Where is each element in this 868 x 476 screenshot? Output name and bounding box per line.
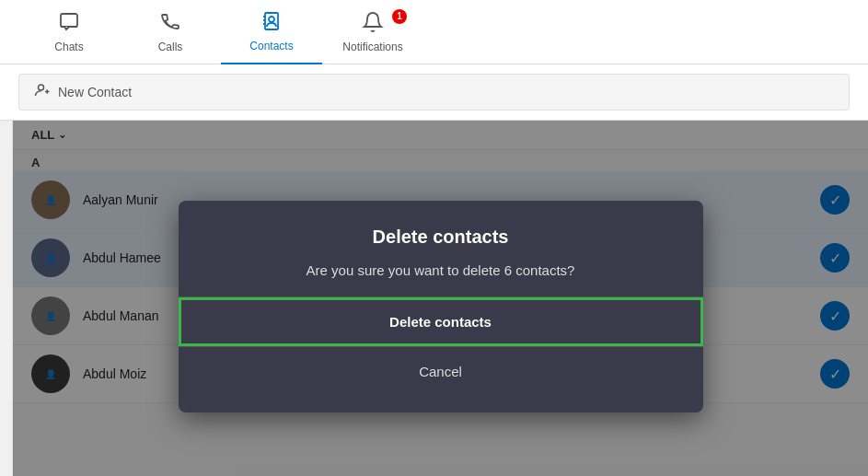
svg-rect-0: [61, 14, 77, 27]
delete-contacts-modal: Delete contacts Are you sure you want to…: [179, 201, 703, 412]
contacts-icon: [260, 10, 283, 36]
chats-icon: [58, 11, 80, 37]
modal-body: Are you sure you want to delete 6 contac…: [179, 262, 703, 412]
nav-item-calls[interactable]: Calls: [120, 0, 221, 64]
new-contact-bar[interactable]: New Contact: [0, 64, 868, 121]
new-contact-label: New Contact: [58, 85, 132, 99]
svg-point-5: [269, 17, 274, 22]
modal-question: Are you sure you want to delete 6 contac…: [206, 262, 676, 278]
contacts-label: Contacts: [249, 40, 293, 52]
calls-label: Calls: [158, 41, 183, 53]
left-sidebar: [0, 121, 13, 476]
nav-item-notifications[interactable]: 1 Notifications: [322, 0, 423, 64]
notifications-icon: [362, 11, 384, 37]
add-contact-icon: [34, 82, 51, 102]
cancel-button[interactable]: Cancel: [179, 347, 703, 396]
nav-item-chats[interactable]: Chats: [18, 0, 120, 64]
svg-point-6: [39, 85, 44, 90]
svg-rect-1: [265, 13, 278, 29]
contacts-area: ALL ⌄ A 👤 Aalyan Munir ✓ 👤 Abdul Hamee ✓…: [0, 121, 868, 476]
notification-badge: 1: [392, 9, 407, 24]
delete-contacts-button[interactable]: Delete contacts: [179, 297, 703, 346]
calls-icon: [159, 11, 181, 37]
top-navigation: Chats Calls Contacts: [0, 0, 868, 64]
modal-title: Delete contacts: [179, 201, 703, 262]
notifications-label: Notifications: [342, 41, 402, 53]
modal-overlay: Delete contacts Are you sure you want to…: [13, 121, 868, 476]
chats-label: Chats: [54, 41, 83, 53]
contacts-main: ALL ⌄ A 👤 Aalyan Munir ✓ 👤 Abdul Hamee ✓…: [13, 121, 868, 476]
nav-item-contacts[interactable]: Contacts: [221, 0, 322, 64]
